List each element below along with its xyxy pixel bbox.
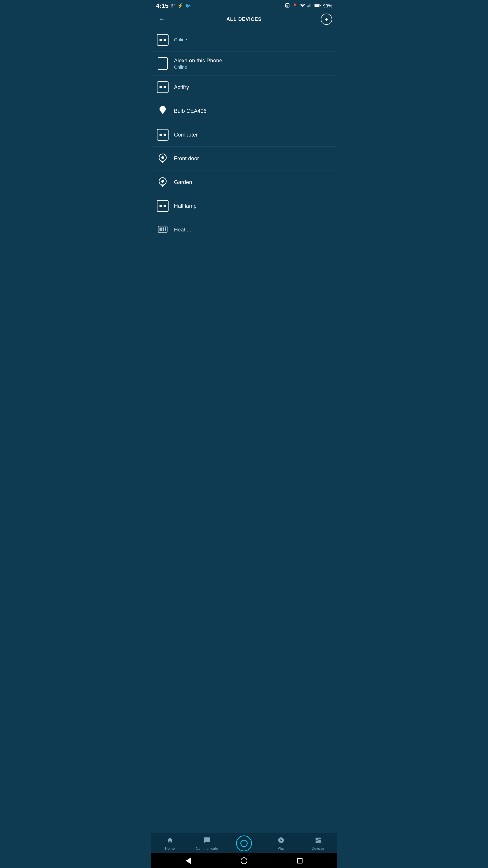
bottom-nav: Home Communicate Play (151, 833, 337, 853)
list-item[interactable]: Heati... (151, 218, 337, 241)
device-name: Computer (174, 131, 198, 138)
list-item[interactable]: Garden (151, 170, 337, 194)
home-icon (166, 837, 173, 845)
play-icon (278, 837, 285, 845)
svg-point-9 (160, 106, 166, 112)
svg-rect-20 (162, 186, 163, 187)
nav-item-play[interactable]: Play (263, 833, 300, 853)
device-name: Hall lamp (174, 203, 197, 209)
list-item[interactable]: Actifry (151, 75, 337, 99)
svg-point-26 (241, 840, 247, 846)
svg-rect-3 (308, 5, 309, 7)
nav-label-home: Home (165, 846, 175, 850)
twitter-icon: 🐦 (185, 3, 191, 8)
list-item[interactable]: Computer (151, 123, 337, 147)
list-item[interactable]: Hall lamp (151, 194, 337, 218)
status-right: N 📍 93% (285, 3, 332, 9)
system-recent-button[interactable] (295, 856, 304, 865)
nav-label-devices: Devices (312, 846, 325, 850)
device-status: Online (174, 37, 187, 42)
device-name: Alexa on this Phone (174, 57, 222, 64)
back-button[interactable]: ← (156, 13, 167, 25)
svg-rect-10 (161, 112, 164, 112)
device-icon-heater (156, 223, 169, 237)
device-icon-bulb (156, 104, 169, 118)
plus-icon: + (325, 16, 328, 22)
device-name: Actifry (174, 84, 189, 90)
svg-rect-16 (162, 162, 163, 163)
nav-item-devices[interactable]: Devices (300, 833, 337, 853)
device-icon-phone (156, 57, 169, 70)
svg-point-14 (161, 156, 164, 159)
svg-rect-4 (310, 4, 310, 7)
device-name: Heati... (174, 226, 191, 233)
device-name: Bulb CEA406 (174, 108, 206, 114)
svg-rect-24 (163, 227, 164, 231)
svg-rect-5 (311, 3, 311, 7)
list-item[interactable]: Front door (151, 147, 337, 170)
nav-label-play: Play (278, 846, 285, 850)
svg-rect-19 (161, 185, 164, 186)
status-bar: 4:15 6° ⚡ 🐦 N 📍 93% (151, 0, 337, 11)
list-item[interactable]: Bulb CEA406 (151, 99, 337, 123)
device-name: Front door (174, 155, 199, 162)
device-icon-camera (156, 152, 169, 165)
svg-rect-12 (162, 113, 163, 114)
system-home-button[interactable] (239, 856, 249, 865)
communicate-icon (203, 837, 210, 845)
svg-rect-2 (307, 6, 308, 7)
device-info: Computer (174, 131, 198, 138)
device-info: Heati... (174, 226, 191, 233)
header: ← ALL DEVICES + (151, 11, 337, 28)
home-circle-icon (240, 857, 248, 864)
device-name: Garden (174, 179, 192, 185)
device-info: Hall lamp (174, 203, 197, 209)
svg-rect-7 (315, 4, 320, 7)
device-info: Online (174, 37, 187, 42)
svg-text:N: N (286, 4, 288, 7)
device-list: Online Alexa on this Phone Online Actifr… (151, 28, 337, 833)
device-icon-smartplug (156, 81, 169, 94)
back-arrow-icon: ← (158, 16, 165, 23)
device-info: Front door (174, 155, 199, 162)
device-icon-smartplug (156, 33, 169, 46)
list-item[interactable]: Alexa on this Phone Online (151, 52, 337, 75)
svg-rect-8 (320, 5, 321, 6)
wifi-icon (300, 3, 305, 9)
system-nav-bar (151, 853, 337, 868)
nav-item-communicate[interactable]: Communicate (188, 833, 225, 853)
status-time: 4:15 (156, 2, 168, 9)
add-device-button[interactable]: + (321, 13, 332, 25)
nav-item-home[interactable]: Home (151, 833, 188, 853)
svg-point-18 (161, 180, 164, 183)
list-item[interactable]: Online (151, 28, 337, 52)
device-info: Garden (174, 179, 192, 185)
recent-square-icon (297, 858, 302, 864)
nav-label-communicate: Communicate (196, 846, 218, 850)
svg-rect-15 (161, 161, 164, 162)
device-info: Bulb CEA406 (174, 108, 206, 114)
alexa-circle (236, 835, 252, 851)
nav-alexa-button[interactable] (225, 833, 263, 853)
svg-rect-11 (162, 113, 164, 113)
device-info: Alexa on this Phone Online (174, 57, 222, 70)
location-icon: 📍 (292, 3, 298, 8)
status-temp: 6° (171, 3, 175, 8)
back-triangle-icon (186, 858, 191, 864)
devices-icon (315, 837, 322, 845)
device-icon-smartplug (156, 128, 169, 142)
page-title: ALL DEVICES (226, 16, 262, 22)
svg-rect-22 (160, 227, 161, 231)
device-status: Online (174, 65, 222, 70)
nfc-icon: N (285, 3, 290, 9)
battery-percent: 93% (323, 3, 332, 8)
svg-rect-25 (165, 227, 166, 231)
device-info: Actifry (174, 84, 189, 90)
flash-icon: ⚡ (177, 3, 183, 8)
device-icon-smartplug (156, 199, 169, 213)
status-left: 4:15 6° ⚡ 🐦 (156, 2, 191, 9)
device-icon-camera (156, 176, 169, 189)
svg-rect-23 (161, 227, 162, 231)
system-back-button[interactable] (184, 856, 193, 865)
battery-icon (315, 3, 321, 8)
